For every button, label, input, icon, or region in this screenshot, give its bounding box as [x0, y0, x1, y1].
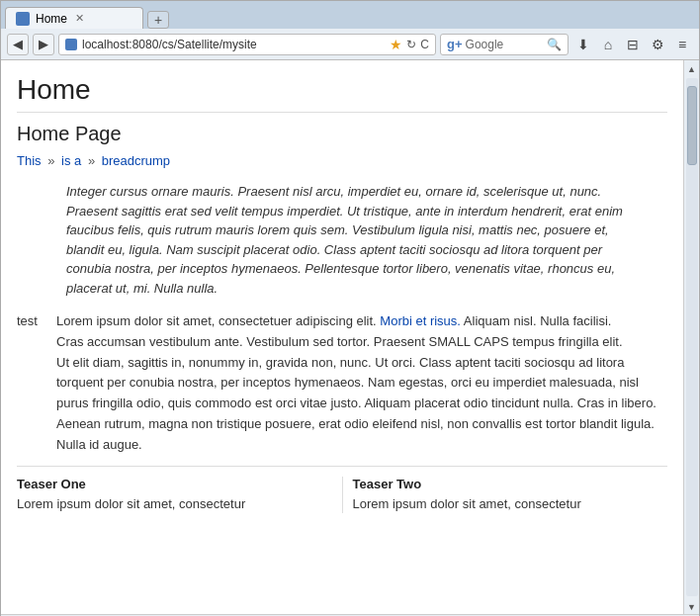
back-button[interactable]: ◀	[7, 34, 29, 55]
breadcrumb-link-2[interactable]: breadcrump	[102, 153, 170, 168]
breadcrumb-separator-1: »	[88, 153, 99, 168]
browser-window: Home ✕ + ◀ ▶ localhost:8080/cs/Satellite…	[0, 0, 700, 616]
back-icon: ◀	[13, 37, 23, 51]
nav-icons: ⬇ ⌂ ⊟ ⚙ ≡	[572, 34, 693, 55]
teaser-one-text: Lorem ipsum dolor sit amet, consectetur	[17, 495, 322, 513]
teaser-two-text: Lorem ipsum dolor sit amet, consectetur	[353, 495, 658, 513]
bookmarks-button[interactable]: ⊟	[622, 34, 644, 55]
breadcrumb-link-0[interactable]: This	[17, 153, 42, 168]
teaser-divider	[342, 477, 343, 513]
menu-button[interactable]: ≡	[671, 34, 693, 55]
page-content: Home Home Page This » is a » breadcrump …	[1, 60, 683, 614]
breadcrumb: This » is a » breadcrump	[17, 153, 667, 168]
morbi-link[interactable]: Morbi et risus.	[380, 313, 461, 328]
tab-title: Home	[36, 12, 67, 26]
tab-favicon	[16, 12, 30, 26]
teaser-one: Teaser One Lorem ipsum dolor sit amet, c…	[17, 477, 332, 513]
address-bar[interactable]: localhost:8080/cs/Satellite/mysite ★ ↻ C	[58, 34, 436, 55]
stop-icon[interactable]: C	[420, 38, 429, 51]
page-subtitle: Home Page	[17, 123, 667, 145]
teaser-two-title: Teaser Two	[353, 477, 658, 491]
refresh-icon[interactable]: ↻	[406, 38, 416, 51]
teaser-two: Teaser Two Lorem ipsum dolor sit amet, c…	[353, 477, 668, 513]
bookmark-star-icon[interactable]: ★	[390, 37, 402, 52]
tab-bar: Home ✕ +	[1, 1, 699, 29]
home-button[interactable]: ⌂	[597, 34, 619, 55]
content-block: test Lorem ipsum dolor sit amet, consect…	[17, 311, 667, 456]
search-input[interactable]: Google	[466, 38, 547, 51]
forward-icon: ▶	[39, 37, 48, 51]
tools-button[interactable]: ⚙	[647, 34, 668, 55]
active-tab[interactable]: Home ✕	[5, 7, 143, 29]
address-text: localhost:8080/cs/Satellite/mysite	[82, 38, 386, 51]
title-divider	[17, 112, 667, 113]
breadcrumb-link-1[interactable]: is a	[61, 153, 81, 168]
search-engine-icon: g+	[447, 37, 463, 51]
nav-bar: ◀ ▶ localhost:8080/cs/Satellite/mysite ★…	[1, 29, 699, 60]
tab-close-button[interactable]: ✕	[75, 12, 84, 25]
page-title: Home	[17, 74, 667, 106]
search-bar[interactable]: g+ Google 🔍	[440, 34, 569, 55]
content-text: Lorem ipsum dolor sit amet, consectetuer…	[56, 311, 667, 456]
download-button[interactable]: ⬇	[572, 34, 594, 55]
scroll-up-button[interactable]: ▲	[685, 62, 699, 76]
content-area: Home Home Page This » is a » breadcrump …	[1, 60, 699, 614]
small-caps-text: SMALL CAPS	[428, 334, 508, 349]
breadcrumb-separator-0: »	[47, 153, 58, 168]
italic-paragraph: Integer cursus ornare mauris. Praesent n…	[66, 182, 648, 298]
vertical-scrollbar: ▲ ▼	[683, 60, 699, 614]
scroll-thumb[interactable]	[687, 86, 697, 165]
new-tab-button[interactable]: +	[147, 11, 169, 29]
address-favicon	[65, 39, 77, 50]
forward-button[interactable]: ▶	[33, 34, 54, 55]
search-magnifier-icon[interactable]: 🔍	[547, 38, 562, 51]
scroll-track[interactable]	[686, 78, 698, 596]
teaser-one-title: Teaser One	[17, 477, 322, 491]
scroll-down-button[interactable]: ▼	[685, 600, 699, 614]
teaser-section: Teaser One Lorem ipsum dolor sit amet, c…	[17, 466, 667, 513]
content-label: test	[17, 311, 56, 456]
